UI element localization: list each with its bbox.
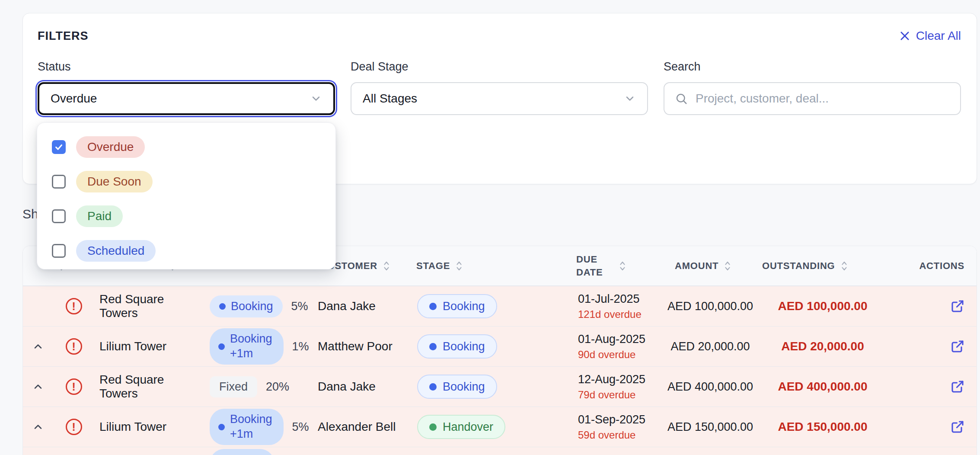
dot-icon: [429, 383, 437, 391]
status-select-value: Overdue: [51, 92, 97, 106]
search-input[interactable]: [696, 92, 950, 106]
payment-type-badge: Booking: [210, 295, 283, 317]
collapse-row-button[interactable]: [23, 421, 53, 433]
stage-badge: Handover: [417, 415, 505, 439]
clear-all-button[interactable]: Clear All: [899, 29, 961, 43]
due-date: 01-Aug-2025: [578, 333, 645, 346]
status-badge: Paid: [76, 205, 123, 227]
dot-icon: [429, 423, 437, 431]
status-filter-group: Status Overdue: [38, 60, 335, 115]
open-payment-button[interactable]: [950, 379, 965, 394]
dot-icon: [429, 343, 437, 350]
header-stage[interactable]: STAGE: [412, 260, 572, 272]
payments-screen: { "filters": { "title": "FILTERS", "clea…: [0, 0, 980, 455]
status-dropdown-menu: Overdue Due Soon Paid Scheduled: [37, 122, 336, 269]
payment-type-badge: Fixed: [210, 376, 257, 397]
payment-percent: 1%: [292, 340, 309, 353]
deal-stage-select[interactable]: All Stages: [351, 82, 648, 115]
outstanding-value: AED 20,000.00: [781, 340, 864, 353]
amount-value: AED 100,000.00: [667, 300, 753, 313]
overdue-days: 59d overdue: [578, 429, 635, 441]
payment-percent: 20%: [266, 380, 289, 394]
due-date: 01-Jul-2025: [578, 292, 640, 306]
checkbox-icon[interactable]: [52, 175, 66, 189]
header-actions: ACTIONS: [883, 260, 977, 272]
table-row: ! Lilium Tower Booking+1m 1% Matthew Poo…: [23, 326, 977, 366]
checkbox-icon[interactable]: [52, 209, 66, 223]
payment-type-badge: Booking+1m: [210, 409, 284, 445]
header-due-date[interactable]: DUE DATE: [572, 253, 658, 279]
open-payment-button[interactable]: [950, 339, 965, 354]
overdue-alert-icon: !: [66, 298, 82, 314]
status-badge: Due Soon: [76, 171, 153, 192]
project-name: Red Square Towers: [99, 373, 204, 401]
table-row: [23, 447, 977, 455]
open-payment-button[interactable]: [950, 419, 965, 435]
amount-value: AED 20,000.00: [670, 340, 750, 353]
amount-value: AED 400,000.00: [667, 380, 753, 394]
table-row: ! Red Square Towers Booking 5% Dana Jake…: [23, 286, 977, 326]
external-link-icon: [950, 379, 965, 394]
project-name: Lilium Tower: [99, 420, 166, 434]
customer-name: Alexander Bell: [318, 420, 396, 434]
sort-icon: [724, 260, 731, 272]
deal-stage-filter-group: Deal Stage All Stages: [351, 60, 648, 115]
project-name: Red Square Towers: [99, 292, 204, 320]
amount-value: AED 150,000.00: [667, 420, 753, 434]
table-row: ! Lilium Tower Booking+1m 5% Alexander B…: [23, 407, 977, 447]
dot-icon: [218, 343, 225, 350]
chevron-up-icon: [32, 381, 44, 393]
header-amount[interactable]: AMOUNT: [658, 260, 762, 272]
header-outstanding[interactable]: OUTSTANDING: [762, 260, 883, 272]
status-badge: Overdue: [76, 136, 145, 158]
overdue-alert-icon: !: [66, 419, 82, 435]
payment-percent: 5%: [291, 300, 308, 313]
status-option-due-soon[interactable]: Due Soon: [37, 164, 335, 199]
open-payment-button[interactable]: [950, 298, 965, 314]
search-filter-group: Search: [664, 60, 961, 115]
deal-stage-label: Deal Stage: [351, 60, 648, 74]
search-icon: [675, 92, 688, 105]
status-option-scheduled[interactable]: Scheduled: [37, 234, 335, 268]
outstanding-value: AED 400,000.00: [778, 380, 867, 394]
customer-name: Matthew Poor: [318, 340, 393, 353]
payment-type-badge: Booking+1m: [210, 328, 284, 365]
customer-name: Dana Jake: [318, 380, 376, 394]
filters-title: FILTERS: [38, 29, 89, 43]
chevron-down-icon: [310, 93, 322, 105]
status-option-paid[interactable]: Paid: [37, 199, 335, 234]
overdue-alert-icon: !: [66, 338, 82, 355]
collapse-row-button[interactable]: [23, 340, 53, 352]
dot-icon: [219, 303, 226, 310]
deal-stage-select-value: All Stages: [363, 92, 417, 106]
status-badge: Scheduled: [76, 240, 156, 262]
project-name: Lilium Tower: [99, 340, 166, 353]
overdue-days: 121d overdue: [578, 308, 642, 320]
overdue-days: 90d overdue: [578, 349, 635, 361]
search-box: [664, 82, 961, 115]
customer-name: Dana Jake: [318, 299, 376, 313]
status-option-overdue[interactable]: Overdue: [37, 130, 335, 164]
close-icon: [899, 30, 911, 42]
checkbox-icon[interactable]: [52, 244, 66, 258]
status-select[interactable]: Overdue: [38, 82, 335, 115]
payments-table: PROJECT PAYMENT CUSTOMER STAGE DUE DATE …: [22, 246, 977, 455]
stage-badge: Booking: [417, 375, 497, 399]
outstanding-value: AED 150,000.00: [778, 420, 867, 434]
sort-icon: [383, 260, 390, 272]
external-link-icon: [950, 339, 965, 354]
external-link-icon: [950, 419, 965, 435]
due-date: 01-Sep-2025: [578, 413, 645, 426]
stage-badge: Booking: [417, 294, 497, 318]
chevron-up-icon: [32, 421, 44, 433]
outstanding-value: AED 100,000.00: [778, 299, 867, 313]
clear-all-label: Clear All: [916, 29, 961, 43]
payment-type-badge: [210, 449, 275, 455]
collapse-row-button[interactable]: [23, 381, 53, 393]
sort-icon: [455, 260, 463, 272]
results-count-text: Sh: [22, 207, 38, 221]
overdue-days: 79d overdue: [578, 389, 635, 401]
sort-icon: [840, 260, 848, 272]
checkbox-checked-icon[interactable]: [52, 140, 66, 154]
due-date: 12-Aug-2025: [578, 373, 645, 386]
